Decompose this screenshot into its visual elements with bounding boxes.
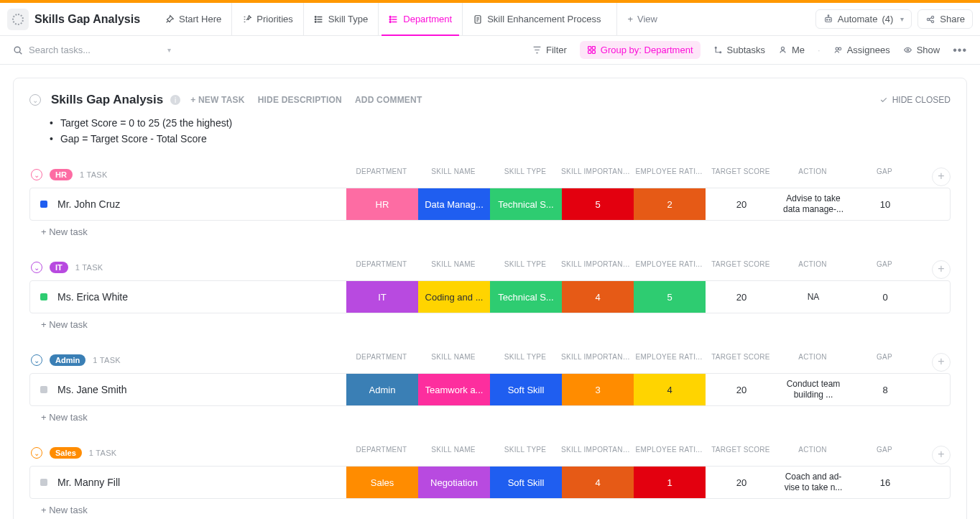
tab-skill-type[interactable]: Skill Type [303, 3, 378, 35]
cell-skill-importanc-[interactable]: 4 [562, 467, 634, 498]
cell-gap[interactable]: 10 [849, 188, 921, 220]
task-name[interactable]: Ms. Erica White [57, 291, 128, 303]
column-header[interactable]: SKILL NAME [417, 260, 489, 279]
column-header[interactable]: EMPLOYEE RATI... [633, 167, 705, 186]
cell-gap[interactable]: 16 [849, 467, 921, 498]
task-name[interactable]: Ms. Jane Smith [57, 384, 126, 395]
status-square-icon[interactable] [40, 201, 47, 208]
column-header[interactable]: SKILL IMPORTANC... [561, 446, 633, 464]
task-name[interactable]: Mr. Manny Fill [57, 477, 120, 488]
column-header[interactable]: TARGET SCORE [705, 260, 777, 279]
add-column-button[interactable]: + [932, 167, 951, 186]
group-by-button[interactable]: Group by: Department [580, 41, 701, 59]
cell-department[interactable]: Sales [346, 467, 418, 498]
column-header[interactable]: SKILL TYPE [489, 260, 561, 279]
column-header[interactable]: GAP [849, 446, 920, 464]
search-wrap[interactable]: ▾ [13, 45, 171, 55]
tab-start-here[interactable]: Start Here [154, 3, 231, 35]
cell-department[interactable]: HR [346, 188, 418, 220]
cell-skill-name[interactable]: Teamwork a... [418, 374, 490, 405]
status-square-icon[interactable] [40, 293, 47, 300]
column-header[interactable]: SKILL NAME [417, 353, 489, 372]
cell-gap[interactable]: 0 [849, 281, 921, 313]
cell-action[interactable]: Coach and ad-vise to take n... [777, 467, 849, 498]
hide-closed-button[interactable]: HIDE CLOSED [879, 95, 951, 105]
cell-skill-importanc-[interactable]: 4 [562, 281, 634, 313]
subtasks-button[interactable]: Subtasks [713, 45, 765, 55]
cell-department[interactable]: Admin [346, 374, 418, 405]
column-header[interactable]: SKILL TYPE [489, 167, 561, 186]
automate-button[interactable]: Automate (4) ▾ [815, 9, 912, 29]
column-header[interactable]: DEPARTMENT [346, 167, 417, 186]
cell-skill-type[interactable]: Technical S... [490, 281, 562, 313]
cell-action[interactable]: NA [777, 281, 849, 313]
cell-skill-type[interactable]: Soft Skill [490, 374, 562, 405]
column-header[interactable]: SKILL IMPORTANC... [561, 167, 633, 186]
search-input[interactable] [29, 45, 129, 55]
add-column-button[interactable]: + [932, 353, 951, 372]
info-icon[interactable]: i [170, 95, 180, 105]
collapse-toggle[interactable]: ⌄ [29, 94, 41, 106]
hide-description-button[interactable]: HIDE DESCRIPTION [258, 95, 342, 105]
cell-target-score[interactable]: 20 [706, 467, 777, 498]
task-row[interactable]: Ms. Erica White ITCoding and ...Technica… [29, 280, 951, 313]
task-row[interactable]: Ms. Jane Smith AdminTeamwork a...Soft Sk… [29, 373, 951, 406]
new-task-inline[interactable]: + New task [29, 412, 951, 423]
cell-skill-importanc-[interactable]: 3 [562, 374, 634, 405]
column-header[interactable]: DEPARTMENT [346, 446, 417, 464]
tab-skill-enhancement-process[interactable]: Skill Enhancement Process [462, 3, 611, 35]
cell-skill-name[interactable]: Negotiation [418, 467, 490, 498]
column-header[interactable]: SKILL TYPE [489, 446, 561, 464]
tab-department[interactable]: Department [378, 3, 462, 35]
column-header[interactable]: DEPARTMENT [346, 353, 417, 372]
cell-gap[interactable]: 8 [849, 374, 921, 405]
column-header[interactable]: GAP [849, 260, 920, 279]
new-task-inline[interactable]: + New task [29, 226, 951, 237]
column-header[interactable]: ACTION [777, 353, 849, 372]
cell-employee-rati-[interactable]: 5 [634, 281, 706, 313]
column-header[interactable]: SKILL NAME [417, 167, 489, 186]
chevron-down-icon[interactable]: ▾ [167, 46, 171, 54]
cell-skill-type[interactable]: Technical S... [490, 188, 562, 220]
add-column-button[interactable]: + [932, 446, 951, 464]
task-row[interactable]: Mr. John Cruz HRData Manag...Technical S… [29, 188, 951, 221]
column-header[interactable]: ACTION [777, 260, 849, 279]
cell-skill-name[interactable]: Coding and ... [418, 281, 490, 313]
column-header[interactable]: SKILL IMPORTANC... [561, 353, 633, 372]
column-header[interactable]: EMPLOYEE RATI... [633, 353, 705, 372]
assignees-button[interactable]: Assignees [833, 45, 890, 55]
filter-button[interactable]: Filter [532, 45, 567, 55]
column-header[interactable]: SKILL NAME [417, 446, 489, 464]
show-button[interactable]: Show [903, 45, 940, 55]
me-button[interactable]: Me [778, 45, 805, 55]
cell-employee-rati-[interactable]: 4 [634, 374, 706, 405]
cell-department[interactable]: IT [346, 281, 418, 313]
cell-target-score[interactable]: 20 [706, 188, 777, 220]
add-comment-button[interactable]: ADD COMMENT [355, 95, 422, 105]
cell-skill-name[interactable]: Data Manag... [418, 188, 490, 220]
column-header[interactable]: EMPLOYEE RATI... [633, 260, 705, 279]
cell-target-score[interactable]: 20 [706, 281, 777, 313]
task-row[interactable]: Mr. Manny Fill SalesNegotiationSoft Skil… [29, 466, 951, 499]
cell-employee-rati-[interactable]: 2 [634, 188, 706, 220]
cell-skill-importanc-[interactable]: 5 [562, 188, 634, 220]
new-task-inline[interactable]: + New task [29, 505, 951, 515]
new-task-button[interactable]: + NEW TASK [190, 95, 244, 105]
share-button[interactable]: Share [917, 9, 973, 29]
more-menu-button[interactable]: ••• [953, 44, 967, 57]
column-header[interactable]: ACTION [777, 167, 849, 186]
column-header[interactable]: DEPARTMENT [346, 260, 417, 279]
add-column-button[interactable]: + [932, 260, 951, 279]
cell-action[interactable]: Conduct team building ... [777, 374, 849, 405]
cell-employee-rati-[interactable]: 1 [634, 467, 706, 498]
tab-priorities[interactable]: Priorities [231, 3, 303, 35]
column-header[interactable]: TARGET SCORE [705, 353, 777, 372]
status-square-icon[interactable] [40, 479, 47, 486]
status-square-icon[interactable] [40, 386, 47, 393]
column-header[interactable]: GAP [849, 167, 920, 186]
column-header[interactable]: SKILL IMPORTANC... [561, 260, 633, 279]
cell-action[interactable]: Advise to take data manage-... [777, 188, 849, 220]
column-header[interactable]: SKILL TYPE [489, 353, 561, 372]
column-header[interactable]: TARGET SCORE [705, 167, 777, 186]
task-name[interactable]: Mr. John Cruz [57, 198, 120, 210]
